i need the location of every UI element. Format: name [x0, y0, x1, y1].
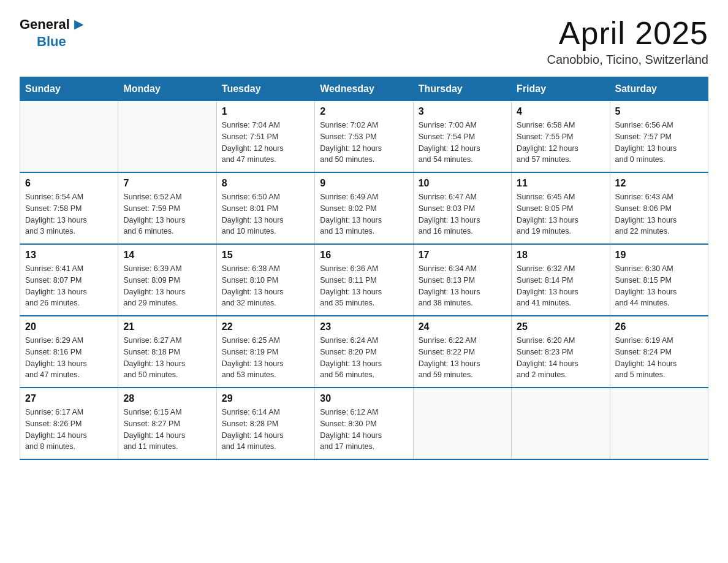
day-number: 26: [615, 321, 703, 332]
calendar-week-4: 20Sunrise: 6:29 AM Sunset: 8:16 PM Dayli…: [20, 316, 708, 388]
calendar-cell: 29Sunrise: 6:14 AM Sunset: 8:28 PM Dayli…: [216, 388, 314, 459]
weekday-header-row: SundayMondayTuesdayWednesdayThursdayFrid…: [20, 77, 708, 101]
day-info: Sunrise: 6:19 AM Sunset: 8:24 PM Dayligh…: [615, 335, 703, 381]
day-info: Sunrise: 6:56 AM Sunset: 7:57 PM Dayligh…: [615, 120, 703, 166]
day-number: 3: [419, 106, 506, 117]
day-info: Sunrise: 6:54 AM Sunset: 7:58 PM Dayligh…: [25, 191, 113, 237]
day-info: Sunrise: 7:02 AM Sunset: 7:53 PM Dayligh…: [320, 120, 408, 166]
day-info: Sunrise: 6:49 AM Sunset: 8:02 PM Dayligh…: [320, 191, 408, 237]
calendar-cell: 27Sunrise: 6:17 AM Sunset: 8:26 PM Dayli…: [20, 388, 118, 459]
calendar-cell: 19Sunrise: 6:30 AM Sunset: 8:15 PM Dayli…: [610, 244, 708, 316]
logo: General ► Blue: [20, 15, 87, 50]
day-number: 17: [419, 250, 506, 261]
calendar-cell: 28Sunrise: 6:15 AM Sunset: 8:27 PM Dayli…: [118, 388, 216, 459]
day-number: 9: [320, 178, 408, 189]
day-info: Sunrise: 6:34 AM Sunset: 8:13 PM Dayligh…: [419, 263, 506, 309]
day-info: Sunrise: 6:58 AM Sunset: 7:55 PM Dayligh…: [517, 120, 604, 166]
day-number: 25: [517, 321, 604, 332]
weekday-header-tuesday: Tuesday: [216, 77, 314, 101]
day-number: 30: [320, 393, 408, 404]
calendar-cell: 20Sunrise: 6:29 AM Sunset: 8:16 PM Dayli…: [20, 316, 118, 388]
day-info: Sunrise: 6:14 AM Sunset: 8:28 PM Dayligh…: [222, 407, 309, 453]
calendar-cell: 30Sunrise: 6:12 AM Sunset: 8:30 PM Dayli…: [315, 388, 413, 459]
day-info: Sunrise: 6:29 AM Sunset: 8:16 PM Dayligh…: [25, 335, 113, 381]
weekday-header-wednesday: Wednesday: [315, 77, 413, 101]
day-info: Sunrise: 6:52 AM Sunset: 7:59 PM Dayligh…: [123, 191, 211, 237]
calendar-cell: [20, 101, 118, 173]
calendar-cell: [610, 388, 708, 459]
calendar-week-2: 6Sunrise: 6:54 AM Sunset: 7:58 PM Daylig…: [20, 172, 708, 244]
calendar-cell: 5Sunrise: 6:56 AM Sunset: 7:57 PM Daylig…: [610, 101, 708, 173]
weekday-header-saturday: Saturday: [610, 77, 708, 101]
day-number: 2: [320, 106, 408, 117]
day-number: 7: [123, 178, 211, 189]
calendar-cell: [413, 388, 511, 459]
day-info: Sunrise: 6:17 AM Sunset: 8:26 PM Dayligh…: [25, 407, 113, 453]
calendar-header: SundayMondayTuesdayWednesdayThursdayFrid…: [20, 77, 708, 101]
day-number: 20: [25, 321, 113, 332]
calendar-cell: 23Sunrise: 6:24 AM Sunset: 8:20 PM Dayli…: [315, 316, 413, 388]
day-number: 10: [419, 178, 506, 189]
calendar-cell: 11Sunrise: 6:45 AM Sunset: 8:05 PM Dayli…: [512, 172, 610, 244]
day-number: 24: [419, 321, 506, 332]
calendar-body: 1Sunrise: 7:04 AM Sunset: 7:51 PM Daylig…: [20, 101, 708, 460]
calendar-cell: 22Sunrise: 6:25 AM Sunset: 8:19 PM Dayli…: [216, 316, 314, 388]
calendar-cell: 14Sunrise: 6:39 AM Sunset: 8:09 PM Dayli…: [118, 244, 216, 316]
calendar-cell: 9Sunrise: 6:49 AM Sunset: 8:02 PM Daylig…: [315, 172, 413, 244]
day-number: 8: [222, 178, 309, 189]
logo-arrow-icon: ►: [71, 15, 87, 34]
calendar-cell: 3Sunrise: 7:00 AM Sunset: 7:54 PM Daylig…: [413, 101, 511, 173]
calendar-cell: 4Sunrise: 6:58 AM Sunset: 7:55 PM Daylig…: [512, 101, 610, 173]
calendar-table: SundayMondayTuesdayWednesdayThursdayFrid…: [20, 77, 708, 460]
day-number: 22: [222, 321, 309, 332]
calendar-week-3: 13Sunrise: 6:41 AM Sunset: 8:07 PM Dayli…: [20, 244, 708, 316]
day-number: 16: [320, 250, 408, 261]
calendar-cell: 8Sunrise: 6:50 AM Sunset: 8:01 PM Daylig…: [216, 172, 314, 244]
calendar-cell: 13Sunrise: 6:41 AM Sunset: 8:07 PM Dayli…: [20, 244, 118, 316]
calendar-cell: 25Sunrise: 6:20 AM Sunset: 8:23 PM Dayli…: [512, 316, 610, 388]
day-number: 6: [25, 178, 113, 189]
calendar-cell: 17Sunrise: 6:34 AM Sunset: 8:13 PM Dayli…: [413, 244, 511, 316]
day-number: 23: [320, 321, 408, 332]
calendar-week-1: 1Sunrise: 7:04 AM Sunset: 7:51 PM Daylig…: [20, 101, 708, 173]
weekday-header-friday: Friday: [512, 77, 610, 101]
day-info: Sunrise: 7:04 AM Sunset: 7:51 PM Dayligh…: [222, 120, 309, 166]
day-info: Sunrise: 6:32 AM Sunset: 8:14 PM Dayligh…: [517, 263, 604, 309]
calendar-cell: [512, 388, 610, 459]
day-info: Sunrise: 6:45 AM Sunset: 8:05 PM Dayligh…: [517, 191, 604, 237]
logo-blue-text: Blue: [37, 34, 66, 50]
day-number: 5: [615, 106, 703, 117]
day-number: 11: [517, 178, 604, 189]
calendar-cell: 18Sunrise: 6:32 AM Sunset: 8:14 PM Dayli…: [512, 244, 610, 316]
day-info: Sunrise: 7:00 AM Sunset: 7:54 PM Dayligh…: [419, 120, 506, 166]
weekday-header-monday: Monday: [118, 77, 216, 101]
calendar-cell: 2Sunrise: 7:02 AM Sunset: 7:53 PM Daylig…: [315, 101, 413, 173]
day-info: Sunrise: 6:24 AM Sunset: 8:20 PM Dayligh…: [320, 335, 408, 381]
day-info: Sunrise: 6:15 AM Sunset: 8:27 PM Dayligh…: [123, 407, 211, 453]
logo-general-text: General: [20, 17, 70, 33]
day-number: 27: [25, 393, 113, 404]
day-info: Sunrise: 6:50 AM Sunset: 8:01 PM Dayligh…: [222, 191, 309, 237]
day-number: 18: [517, 250, 604, 261]
calendar-week-5: 27Sunrise: 6:17 AM Sunset: 8:26 PM Dayli…: [20, 388, 708, 459]
day-info: Sunrise: 6:30 AM Sunset: 8:15 PM Dayligh…: [615, 263, 703, 309]
weekday-header-sunday: Sunday: [20, 77, 118, 101]
calendar-cell: 24Sunrise: 6:22 AM Sunset: 8:22 PM Dayli…: [413, 316, 511, 388]
day-number: 19: [615, 250, 703, 261]
day-info: Sunrise: 6:39 AM Sunset: 8:09 PM Dayligh…: [123, 263, 211, 309]
weekday-header-thursday: Thursday: [413, 77, 511, 101]
day-info: Sunrise: 6:20 AM Sunset: 8:23 PM Dayligh…: [517, 335, 604, 381]
calendar-cell: 26Sunrise: 6:19 AM Sunset: 8:24 PM Dayli…: [610, 316, 708, 388]
calendar-cell: 7Sunrise: 6:52 AM Sunset: 7:59 PM Daylig…: [118, 172, 216, 244]
day-number: 1: [222, 106, 309, 117]
day-info: Sunrise: 6:12 AM Sunset: 8:30 PM Dayligh…: [320, 407, 408, 453]
calendar-cell: 6Sunrise: 6:54 AM Sunset: 7:58 PM Daylig…: [20, 172, 118, 244]
day-number: 29: [222, 393, 309, 404]
day-number: 15: [222, 250, 309, 261]
calendar-cell: 16Sunrise: 6:36 AM Sunset: 8:11 PM Dayli…: [315, 244, 413, 316]
calendar-cell: [118, 101, 216, 173]
day-info: Sunrise: 6:43 AM Sunset: 8:06 PM Dayligh…: [615, 191, 703, 237]
calendar-cell: 1Sunrise: 7:04 AM Sunset: 7:51 PM Daylig…: [216, 101, 314, 173]
day-info: Sunrise: 6:22 AM Sunset: 8:22 PM Dayligh…: [419, 335, 506, 381]
day-info: Sunrise: 6:38 AM Sunset: 8:10 PM Dayligh…: [222, 263, 309, 309]
